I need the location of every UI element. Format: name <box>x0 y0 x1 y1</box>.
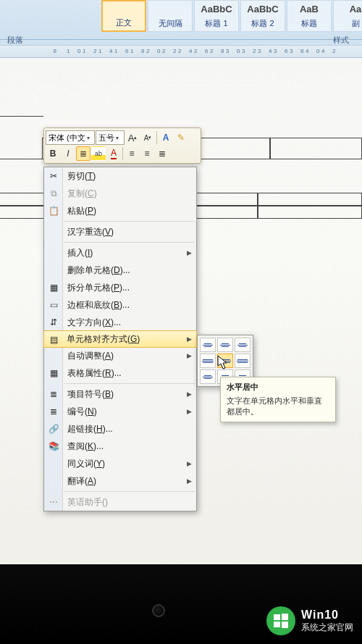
menu-item-cut[interactable]: ✂剪切(T) <box>44 167 196 185</box>
menu-item-synonyms[interactable]: 同义词(Y)▶ <box>44 455 196 472</box>
bullets-button[interactable]: ≣ <box>155 146 169 161</box>
menu-item-bullets[interactable]: ≣项目符号(B)▶ <box>44 385 196 403</box>
menu-item-label: 表格属性(R)... <box>67 367 122 380</box>
bold-button[interactable]: B <box>46 146 60 161</box>
align-middle-left[interactable] <box>200 354 216 368</box>
font-color-button[interactable]: A <box>106 146 121 161</box>
section-label-paragraph: 段落 <box>7 35 23 46</box>
menu-separator <box>64 491 195 492</box>
highlight-color-button[interactable]: ab <box>91 146 106 161</box>
align-top-center[interactable] <box>217 338 233 352</box>
ruler-tick: 20 <box>146 48 162 54</box>
menu-item-label: 查阅(K)... <box>67 440 104 453</box>
menu-item-label: 边框和底纹(B)... <box>67 299 130 311</box>
menu-item-label: 粘贴(P) <box>67 205 96 217</box>
ruler-tick: 36 <box>274 48 290 54</box>
menu-item-label: 拆分单元格(P)... <box>67 282 130 294</box>
ruler-tick: 12 <box>83 48 98 54</box>
section-label-style: 样式 <box>333 35 349 46</box>
ruler-tick: 34 <box>258 48 274 54</box>
menu-item-label: 同义词(Y) <box>67 458 105 470</box>
style-label: 正文 <box>116 17 132 28</box>
svg-rect-3 <box>282 622 288 628</box>
align-middle-right[interactable] <box>235 354 251 368</box>
ruler-tick: 30 <box>226 48 242 54</box>
svg-rect-0 <box>274 614 280 620</box>
style-tile-3[interactable]: AaBbC标题 2 <box>240 0 285 32</box>
styles-a-button[interactable]: A <box>159 130 173 145</box>
menu-item-splitcells[interactable]: ▦拆分单元格(P)... <box>44 279 196 296</box>
style-sample: Aa <box>334 4 362 14</box>
mini-toolbar[interactable]: 宋体 (中文▾ 五号▾ A▴ A▾ A ✎ B I ≣ ab A ≡ ≡ ≣ <box>43 127 201 164</box>
menu-item-label: 汉字重选(V) <box>67 226 114 238</box>
menu-item-delcells[interactable]: 删除单元格(D)... <box>44 262 196 279</box>
font-name-combo[interactable]: 宋体 (中文▾ <box>46 130 95 145</box>
italic-button[interactable]: I <box>61 146 75 161</box>
font-size-combo[interactable]: 五号▾ <box>96 130 125 145</box>
font-name-value: 宋体 (中文 <box>49 133 85 143</box>
styles-gallery[interactable]: 正文无间隔AaBbC标题 1AaBbC标题 2AaB标题Aa副 <box>101 0 362 32</box>
svg-rect-1 <box>282 614 288 620</box>
menu-item-insert[interactable]: 插入(I)▶ <box>44 244 196 262</box>
style-sample: AaBbC <box>241 4 285 14</box>
submenu-arrow-icon: ▶ <box>187 249 192 256</box>
cellalign-icon: ▤ <box>47 333 60 346</box>
table-cell[interactable] <box>0 116 43 159</box>
tooltip-body: 文字在单元格内水平和垂直都居中。 <box>227 396 329 417</box>
style-tile-4[interactable]: AaB标题 <box>287 0 332 32</box>
menu-item-textdir[interactable]: ⇵文字方向(X)... <box>44 314 196 331</box>
tooltip-title: 水平居中 <box>227 382 329 393</box>
decrease-indent-button[interactable]: ≡ <box>125 146 139 161</box>
watermark-logo-icon <box>266 606 295 635</box>
style-tile-0[interactable]: 正文 <box>101 0 146 32</box>
grow-font-button[interactable]: A▴ <box>125 130 140 145</box>
screenshot-root: 正文无间隔AaBbC标题 1AaBbC标题 2AaB标题Aa副 段落 样式 81… <box>0 0 362 644</box>
style-label: 副 <box>352 18 360 29</box>
menu-item-lookup[interactable]: 📚查阅(K)... <box>44 438 196 455</box>
menu-item-label: 项目符号(B) <box>67 388 114 401</box>
ruler-tick: 38 <box>290 48 306 54</box>
align-middle-center[interactable] <box>217 354 233 368</box>
increase-indent-button[interactable]: ≡ <box>140 146 154 161</box>
menu-item-reconvert[interactable]: 汉字重选(V) <box>44 223 196 241</box>
menu-item-autofit[interactable]: 自动调整(A)▶ <box>44 347 196 364</box>
submenu-arrow-icon: ▶ <box>187 460 192 467</box>
menu-item-translate[interactable]: 翻译(A)▶ <box>44 472 196 490</box>
submenu-arrow-icon: ▶ <box>187 408 192 415</box>
format-painter-button[interactable]: ✎ <box>174 130 188 145</box>
context-menu[interactable]: ✂剪切(T)⧉复制(C)📋粘贴(P)汉字重选(V)插入(I)▶删除单元格(D).… <box>43 167 197 511</box>
shrink-font-button[interactable]: A▾ <box>140 130 155 145</box>
style-sample: AaB <box>287 4 331 14</box>
ruler-tick: 26 <box>194 48 210 54</box>
menu-item-paste[interactable]: 📋粘贴(P) <box>44 202 196 219</box>
horizontal-ruler[interactable]: 81012141618202224262830323436384042 <box>0 45 362 58</box>
ruler-tick: 42 <box>321 48 337 54</box>
ruler-numbers: 81012141618202224262830323436384042 <box>51 48 337 54</box>
menu-item-cellalign[interactable]: ▤单元格对齐方式(G)▶ <box>43 330 197 348</box>
submenu-arrow-icon: ▶ <box>187 477 192 485</box>
ruler-tick: 18 <box>130 48 146 54</box>
align-top-left[interactable] <box>200 338 216 352</box>
style-tile-2[interactable]: AaBbC标题 1 <box>194 0 239 32</box>
menu-separator <box>64 383 195 384</box>
align-bottom-left[interactable] <box>200 369 216 384</box>
menu-item-label: 删除单元格(D)... <box>67 264 130 277</box>
ruler-tick: 28 <box>210 48 226 54</box>
style-tile-5[interactable]: Aa副 <box>333 0 362 32</box>
menu-item-borders[interactable]: ▭边框和底纹(B)... <box>44 296 196 314</box>
menu-item-numbering[interactable]: ≣编号(N)▶ <box>44 403 196 420</box>
align-center-button[interactable]: ≣ <box>76 146 90 161</box>
menu-item-label: 文字方向(X)... <box>67 317 121 329</box>
align-top-right[interactable] <box>235 338 251 352</box>
style-tile-1[interactable]: 无间隔 <box>148 0 193 32</box>
table-border <box>257 193 258 219</box>
menu-item-label: 英语助手() <box>67 496 108 509</box>
style-label: 标题 <box>301 18 317 29</box>
tableprops-icon: ▦ <box>47 367 60 380</box>
ruler-tick: 10 <box>67 48 83 54</box>
ruler-tick: 32 <box>242 48 258 54</box>
menu-item-tableprops[interactable]: ▦表格属性(R)... <box>44 364 196 382</box>
menu-item-hyperlink[interactable]: 🔗超链接(H)... <box>44 420 196 438</box>
style-label: 标题 1 <box>205 18 227 29</box>
style-label: 无间隔 <box>159 18 182 29</box>
